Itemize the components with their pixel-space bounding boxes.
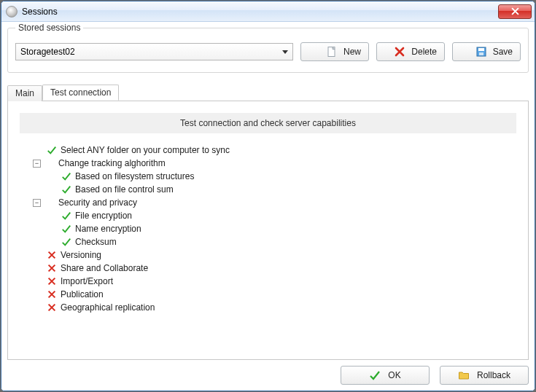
check-icon: [61, 236, 72, 248]
tree-item-geo: Geographical replication: [33, 301, 516, 314]
save-disk-icon: [475, 46, 487, 58]
stored-sessions-group: Stored sessions Storagetest02 New Delete: [7, 28, 529, 73]
tree-item-label: Import/Export: [61, 276, 113, 286]
tree-item-label: Based on file control sum: [75, 184, 174, 195]
document-icon: [326, 46, 338, 58]
tree-item-label: Change tracking alghorithm: [58, 158, 166, 168]
tab-main-label: Main: [15, 88, 34, 98]
close-icon: [511, 7, 519, 15]
panel-header-text: Test connection and check server capabil…: [180, 118, 356, 128]
delete-button-label: Delete: [411, 47, 437, 57]
window-title: Sessions: [22, 7, 498, 17]
cross-icon: [46, 302, 58, 313]
svg-rect-2: [478, 48, 484, 51]
svg-rect-3: [479, 52, 483, 55]
cross-icon: [46, 275, 58, 287]
ok-check-icon: [369, 369, 381, 381]
new-button[interactable]: New: [300, 42, 369, 61]
sessions-window: Sessions Stored sessions Storagetest02 N…: [1, 1, 535, 391]
ok-button[interactable]: OK: [341, 366, 430, 385]
cross-icon: [46, 262, 58, 274]
rollback-button-label: Rollback: [477, 370, 510, 380]
tree-item-label: Geographical replication: [61, 302, 155, 313]
tab-pane-test-connection: Test connection and check server capabil…: [7, 101, 529, 360]
tab-test-connection-label: Test connection: [50, 87, 111, 98]
tree-item-security: − Security and privacy: [33, 196, 516, 209]
tree-item-label: Versioning: [61, 250, 101, 260]
cross-icon: [46, 249, 58, 261]
tab-strip: Main Test connection: [7, 85, 529, 101]
session-dropdown[interactable]: Storagetest02: [15, 43, 293, 60]
tree-item-change-tracking: − Change tracking alghorithm: [33, 157, 516, 170]
tree-item-label: Name encryption: [75, 224, 141, 234]
tree-expander[interactable]: −: [33, 199, 41, 207]
new-button-label: New: [343, 47, 361, 57]
client-area: Stored sessions Storagetest02 New Delete: [1, 22, 535, 391]
tree-item-select-any: Select ANY folder on your computer to sy…: [33, 144, 516, 157]
close-button[interactable]: [498, 4, 532, 19]
stored-sessions-label: Stored sessions: [15, 23, 83, 33]
tree-item-name-enc: Name encryption: [33, 222, 516, 235]
tree-item-label: Select ANY folder on your computer to sy…: [61, 145, 230, 155]
rollback-button[interactable]: Rollback: [440, 366, 529, 385]
panel-header: Test connection and check server capabil…: [20, 113, 516, 133]
tree-expander[interactable]: −: [33, 160, 41, 168]
folder-icon: [458, 369, 470, 381]
session-dropdown-value: Storagetest02: [20, 47, 75, 57]
tree-item-checksum: Checksum: [33, 235, 516, 248]
check-icon: [46, 144, 58, 156]
tree-item-label: Security and privacy: [58, 197, 137, 208]
tree-item-based-sum: Based on file control sum: [33, 183, 516, 196]
tree-item-label: Share and Collaborate: [61, 263, 148, 273]
tabs-container: Main Test connection Test connection and…: [7, 85, 529, 360]
tree-item-label: Based on filesystem structures: [75, 171, 194, 181]
delete-x-icon: [394, 46, 405, 58]
check-icon: [61, 223, 72, 235]
tree-item-publication: Publication: [33, 288, 516, 301]
delete-button[interactable]: Delete: [376, 42, 445, 61]
check-icon: [61, 170, 72, 182]
footer-buttons: OK Rollback: [341, 366, 529, 385]
check-icon: [61, 184, 72, 195]
capabilities-tree: Select ANY folder on your computer to sy…: [20, 144, 516, 314]
tree-item-import-export: Import/Export: [33, 275, 516, 288]
tree-item-versioning: Versioning: [33, 248, 516, 262]
tree-item-share: Share and Collaborate: [33, 262, 516, 275]
ok-button-label: OK: [388, 370, 400, 380]
app-icon: [6, 6, 18, 17]
save-button-label: Save: [493, 47, 513, 57]
tree-item-file-enc: File encryption: [33, 209, 516, 222]
tab-main[interactable]: Main: [7, 85, 42, 101]
tree-item-label: Checksum: [75, 237, 117, 247]
check-icon: [61, 210, 72, 222]
save-button[interactable]: Save: [452, 42, 521, 61]
tree-item-based-fs: Based on filesystem structures: [33, 170, 516, 183]
tree-item-label: Publication: [61, 289, 104, 299]
tree-item-label: File encryption: [75, 211, 132, 221]
titlebar: Sessions: [1, 1, 535, 22]
tab-test-connection[interactable]: Test connection: [42, 85, 119, 101]
cross-icon: [46, 289, 58, 300]
chevron-down-icon: [282, 50, 288, 54]
